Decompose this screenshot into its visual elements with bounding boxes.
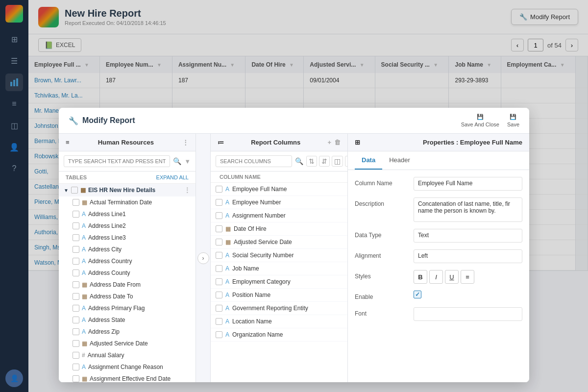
align-button[interactable]: ≡ [461,270,474,284]
tree-item-checkbox[interactable] [73,211,79,218]
expand-all-button[interactable]: EXPAND ALL [156,174,189,180]
tree-item-checkbox[interactable] [73,270,79,276]
hr-panel-menu[interactable]: ⋮ [182,139,189,146]
underline-button[interactable]: U [445,270,459,284]
col-item[interactable]: A Social Security Number [211,249,347,262]
col-item-checkbox[interactable] [216,278,222,285]
col-item[interactable]: A Employee Full Name [211,183,347,196]
col-item[interactable]: A Assignment Number [211,209,347,222]
tab-data[interactable]: Data [355,151,382,170]
tree-item[interactable]: A Address Zip [59,326,196,338]
enable-checkbox[interactable] [414,291,421,298]
tree-root-checkbox[interactable] [71,187,78,194]
tree-item[interactable]: ▦ Address Date From [59,279,196,291]
bold-button[interactable]: B [414,270,427,284]
italic-button[interactable]: I [429,270,443,284]
col-item[interactable]: A Employee Number [211,196,347,209]
tree-collapse-icon[interactable]: ▼ [64,188,69,193]
tree-item-checkbox[interactable] [73,340,79,347]
col-item-checkbox[interactable] [216,212,222,219]
text-col-icon: A [225,292,229,298]
tree-item[interactable]: ▦ Adjusted Service Date [59,338,196,349]
desc-value[interactable]: Concatenation of last name, title, fir n… [414,197,522,222]
tree-root[interactable]: ▼ ▦ EIS HR New Hire Details ⋮ [59,184,196,196]
hr-panel-header: ≡ Human Resources ⋮ [59,134,196,151]
tab-header[interactable]: Header [382,151,417,170]
tree-item[interactable]: # Annual Salary [59,349,196,361]
tree-item-checkbox[interactable] [73,328,79,335]
tree-item-checkbox[interactable] [73,364,79,370]
tree-item-label: Address Date From [90,281,191,288]
col-item-label: Adjusted Service Date [234,239,292,245]
data-type-label: Data Type [355,229,409,239]
tree-item[interactable]: A Address Line3 [59,232,196,244]
tree-item-checkbox[interactable] [73,281,79,288]
col-search-icon[interactable]: 🔍 [295,157,303,165]
tree-item[interactable]: A Address Country [59,255,196,267]
text-col-icon: A [225,252,229,259]
transfer-arrow-button[interactable]: › [197,252,209,264]
tree-root-menu[interactable]: ⋮ [184,186,191,194]
human-resources-panel: ≡ Human Resources ⋮ 🔍 ▼ TABLES EXPAND AL… [59,134,196,382]
tree-item-checkbox[interactable] [73,246,79,253]
col-item-checkbox[interactable] [216,199,222,206]
col-item-checkbox[interactable] [216,331,222,338]
hr-search-input[interactable] [64,155,170,167]
data-type-value[interactable]: Text [414,229,522,243]
tree-item-label: Address Zip [88,328,191,335]
col-item-checkbox[interactable] [216,265,222,272]
col-item[interactable]: A Job Name [211,262,347,275]
tree-item-checkbox[interactable] [73,199,79,206]
tree-item-checkbox[interactable] [73,352,79,359]
col-item[interactable]: A Location Name [211,315,347,328]
col-item[interactable]: A Employment Category [211,275,347,289]
col-search-input[interactable] [216,155,292,167]
text-col-icon: A [225,278,229,285]
sort-desc-icon[interactable]: ⇵ [319,156,330,167]
tree-item-checkbox[interactable] [73,234,79,241]
tree-item[interactable]: A Address State [59,314,196,326]
tree-item[interactable]: A Address City [59,244,196,255]
tree-item[interactable]: A Address County [59,267,196,279]
tree-item[interactable]: A Address Line2 [59,220,196,232]
tree-item[interactable]: ▦ Address Date To [59,291,196,302]
tree-item[interactable]: A Assignment Change Reason [59,361,196,373]
tree-item[interactable]: ▦ Actual Termination Date [59,196,196,208]
tree-item-checkbox[interactable] [73,222,79,229]
font-value[interactable] [414,307,522,321]
search-icon[interactable]: 🔍 [173,157,181,165]
tree-item[interactable]: A Address Primary Flag [59,302,196,314]
tree-item-checkbox[interactable] [73,258,79,265]
tree-item-checkbox[interactable] [73,375,79,382]
tree-item-checkbox[interactable] [73,305,79,312]
tree-item-label: Annual Salary [88,352,191,359]
col-item-checkbox[interactable] [216,252,222,259]
col-item-checkbox[interactable] [216,186,222,193]
tree-item-checkbox[interactable] [73,317,79,323]
col-item[interactable]: A Government Reporting Entity [211,302,347,315]
col-item-checkbox[interactable] [216,292,222,298]
panel-arrow: › [196,134,211,382]
col-item[interactable]: ▦ Adjusted Service Date [211,236,347,249]
search-dropdown-icon[interactable]: ▼ [184,158,191,165]
main-content: New Hire Report Report Executed On: 04/1… [28,0,588,392]
tree-item[interactable]: ▦ Assignment Effective End Date [59,373,196,382]
save-button[interactable]: 💾 Save [507,114,519,127]
col-item[interactable]: ▦ Date Of Hire [211,222,347,236]
add-column-icon[interactable]: + [327,139,331,146]
distinct-icon[interactable]: ◫ [332,156,343,167]
col-item[interactable]: A Organization Name [211,328,347,342]
col-item-checkbox[interactable] [216,305,222,312]
col-item[interactable]: A Position Name [211,289,347,302]
col-name-value[interactable]: Employee Full Name [414,177,522,191]
text-col-icon: A [225,265,229,272]
col-item-checkbox[interactable] [216,239,222,245]
tree-item[interactable]: A Address Line1 [59,208,196,220]
col-item-checkbox[interactable] [216,225,222,232]
tree-item-checkbox[interactable] [73,293,79,300]
alignment-value[interactable]: Left [414,249,522,263]
sort-asc-icon[interactable]: ⇅ [306,156,317,167]
col-item-checkbox[interactable] [216,318,222,325]
remove-column-icon[interactable]: 🗑 [334,139,341,146]
save-and-close-button[interactable]: 💾 Save And Close [461,114,499,127]
